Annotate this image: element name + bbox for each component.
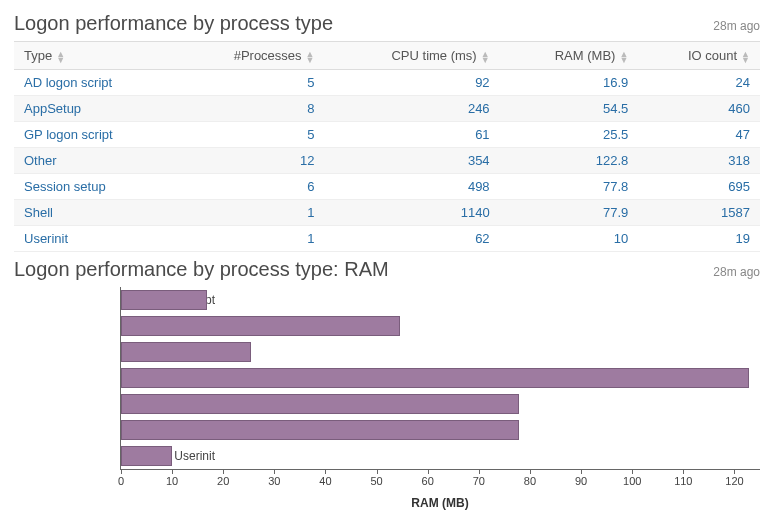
cell-value: 8	[175, 96, 324, 122]
cell-value: 24	[638, 70, 760, 96]
x-tick	[172, 469, 173, 474]
process-table: Type▲▼#Processes▲▼CPU time (ms)▲▼RAM (MB…	[14, 41, 760, 252]
x-tick	[121, 469, 122, 474]
cell-value: 498	[325, 174, 500, 200]
x-axis-label: RAM (MB)	[120, 496, 760, 510]
table-row[interactable]: AD logon script59216.924	[14, 70, 760, 96]
table-row[interactable]: Userinit1621019	[14, 226, 760, 252]
cell-type: Other	[14, 148, 175, 174]
bar-track	[121, 290, 760, 310]
ram-bar-chart: 0102030405060708090100110120 AD logon sc…	[14, 287, 760, 510]
bar	[121, 446, 172, 466]
table-row[interactable]: Session setup649877.8695	[14, 174, 760, 200]
x-tick-label: 100	[623, 475, 641, 487]
cell-value: 246	[325, 96, 500, 122]
cell-value: 5	[175, 70, 324, 96]
x-tick-label: 70	[473, 475, 485, 487]
cell-value: 12	[175, 148, 324, 174]
sort-icon[interactable]: ▲▼	[741, 51, 750, 63]
x-tick	[683, 469, 684, 474]
bar	[121, 420, 519, 440]
cell-value: 47	[638, 122, 760, 148]
bar-track	[121, 342, 760, 362]
x-tick	[734, 469, 735, 474]
bar	[121, 342, 251, 362]
table-title: Logon performance by process type	[14, 12, 333, 35]
table-row[interactable]: Other12354122.8318	[14, 148, 760, 174]
cell-type: AD logon script	[14, 70, 175, 96]
x-tick-label: 10	[166, 475, 178, 487]
cell-value: 61	[325, 122, 500, 148]
bar	[121, 316, 400, 336]
plot-area: 0102030405060708090100110120 AD logon sc…	[120, 287, 760, 470]
cell-value: 695	[638, 174, 760, 200]
col-label: IO count	[688, 48, 737, 63]
bar-row: Userinit	[121, 443, 760, 469]
cell-value: 1	[175, 200, 324, 226]
cell-value: 6	[175, 174, 324, 200]
x-tick-label: 50	[370, 475, 382, 487]
cell-type: GP logon script	[14, 122, 175, 148]
chart-title: Logon performance by process type: RAM	[14, 258, 389, 281]
table-timestamp: 28m ago	[713, 19, 760, 33]
cell-value: 122.8	[500, 148, 639, 174]
cell-value: 1140	[325, 200, 500, 226]
x-tick	[428, 469, 429, 474]
bar-track	[121, 394, 760, 414]
bar-track	[121, 316, 760, 336]
x-tick	[581, 469, 582, 474]
sort-icon[interactable]: ▲▼	[481, 51, 490, 63]
cell-value: 354	[325, 148, 500, 174]
bar-row: GP logon script	[121, 339, 760, 365]
cell-value: 77.9	[500, 200, 639, 226]
x-ticks: 0102030405060708090100110120	[121, 469, 760, 475]
col-header[interactable]: RAM (MB)▲▼	[500, 42, 639, 70]
bar-track	[121, 368, 760, 388]
cell-value: 54.5	[500, 96, 639, 122]
cell-type: Userinit	[14, 226, 175, 252]
table-row[interactable]: AppSetup824654.5460	[14, 96, 760, 122]
bar	[121, 394, 519, 414]
cell-type: Shell	[14, 200, 175, 226]
bar-row: AppSetup	[121, 313, 760, 339]
x-tick-label: 30	[268, 475, 280, 487]
table-row[interactable]: GP logon script56125.547	[14, 122, 760, 148]
cell-value: 62	[325, 226, 500, 252]
x-tick-label: 120	[725, 475, 743, 487]
cell-value: 25.5	[500, 122, 639, 148]
bar-track	[121, 446, 760, 466]
x-tick-label: 80	[524, 475, 536, 487]
x-tick-label: 0	[118, 475, 124, 487]
col-header[interactable]: #Processes▲▼	[175, 42, 324, 70]
table-row[interactable]: Shell1114077.91587	[14, 200, 760, 226]
col-label: CPU time (ms)	[391, 48, 476, 63]
cell-value: 77.8	[500, 174, 639, 200]
x-tick-label: 90	[575, 475, 587, 487]
x-tick-label: 40	[319, 475, 331, 487]
col-header[interactable]: Type▲▼	[14, 42, 175, 70]
cell-value: 318	[638, 148, 760, 174]
sort-icon[interactable]: ▲▼	[619, 51, 628, 63]
col-label: #Processes	[234, 48, 302, 63]
sort-icon[interactable]: ▲▼	[56, 51, 65, 63]
col-header[interactable]: CPU time (ms)▲▼	[325, 42, 500, 70]
bar-track	[121, 420, 760, 440]
x-tick-label: 60	[422, 475, 434, 487]
x-tick	[325, 469, 326, 474]
cell-value: 460	[638, 96, 760, 122]
col-label: Type	[24, 48, 52, 63]
cell-value: 1587	[638, 200, 760, 226]
chart-timestamp: 28m ago	[713, 265, 760, 279]
x-tick	[479, 469, 480, 474]
table-panel-header: Logon performance by process type 28m ag…	[14, 12, 760, 35]
x-tick	[632, 469, 633, 474]
chart-panel-header: Logon performance by process type: RAM 2…	[14, 258, 760, 281]
cell-type: AppSetup	[14, 96, 175, 122]
bar-row: Other	[121, 365, 760, 391]
cell-value: 92	[325, 70, 500, 96]
sort-icon[interactable]: ▲▼	[306, 51, 315, 63]
table-header-row: Type▲▼#Processes▲▼CPU time (ms)▲▼RAM (MB…	[14, 42, 760, 70]
x-tick	[377, 469, 378, 474]
col-header[interactable]: IO count▲▼	[638, 42, 760, 70]
table-body: AD logon script59216.924AppSetup824654.5…	[14, 70, 760, 252]
